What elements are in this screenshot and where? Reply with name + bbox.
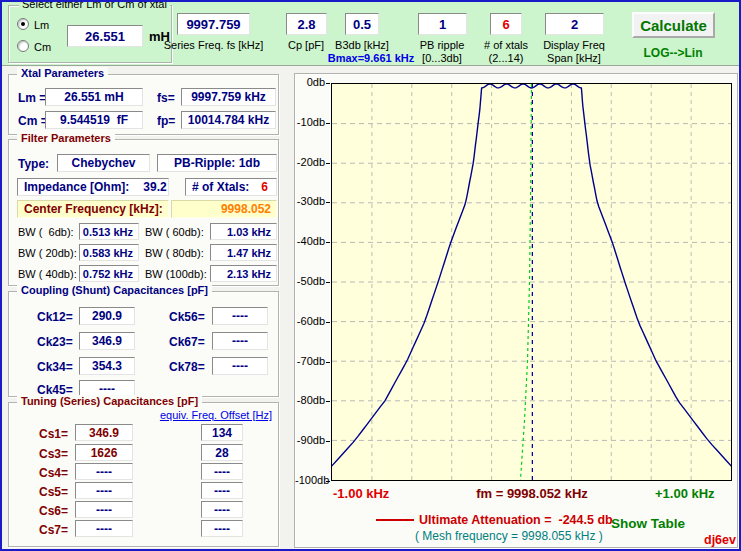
bw80-label: BW ( 80db): bbox=[145, 247, 204, 259]
ck23-label: Ck23= bbox=[37, 335, 73, 349]
parameter-toolbar: Select either Lm or Cm of xtal Lm Cm 26.… bbox=[2, 2, 739, 66]
app-window: Select either Lm or Cm of xtal Lm Cm 26.… bbox=[0, 0, 741, 551]
num-xtals-field: # of Xtals: 6 bbox=[185, 178, 277, 196]
coupling-capacitances-panel: Coupling (Shunt) Capacitances [pF] Ck12=… bbox=[8, 291, 279, 397]
ck56-value: ---- bbox=[212, 307, 268, 325]
cs3-offset: 28 bbox=[201, 444, 243, 461]
filter-response-curve bbox=[332, 84, 731, 480]
y-tick-mark bbox=[326, 202, 330, 203]
ck23-value: 346.9 bbox=[79, 332, 135, 350]
fs-output: 9997.759 kHz bbox=[181, 88, 276, 106]
ultimate-attenuation-label: Ultimate Attenuation = -244.5 db bbox=[419, 513, 613, 527]
cs5-label: Cs5= bbox=[39, 485, 68, 499]
filter-parameters-title: Filter Parameters bbox=[17, 132, 115, 144]
cs4-value: ---- bbox=[75, 463, 133, 480]
cm-label: Cm = bbox=[18, 114, 48, 128]
lm-cm-groupbox: Select either Lm or Cm of xtal Lm Cm 26.… bbox=[8, 5, 172, 63]
calculate-button[interactable]: Calculate bbox=[632, 12, 715, 38]
fp-output: 10014.784 kHz bbox=[181, 111, 276, 129]
center-frequency-label-field: Center Frequency [kHz]: bbox=[17, 200, 169, 218]
lm-radio[interactable] bbox=[17, 18, 29, 30]
impedance-value: 39.2 bbox=[143, 180, 166, 194]
ck34-label: Ck34= bbox=[37, 360, 73, 374]
y-tick-label: -90db bbox=[295, 434, 325, 446]
y-tick-mark bbox=[326, 441, 330, 442]
display-span-label: Display Freq bbox=[534, 39, 614, 51]
x-axis-right-label: +1.00 kHz bbox=[655, 486, 715, 501]
cs7-label: Cs7= bbox=[39, 523, 68, 537]
fs-label: fs= bbox=[157, 91, 175, 105]
bw6-value: 0.513 kHz bbox=[79, 223, 139, 240]
cs7-value: ---- bbox=[75, 520, 133, 537]
b3db-input[interactable]: 0.5 bbox=[345, 13, 379, 35]
x-axis-center-label: fm = 9998.052 kHz bbox=[432, 486, 632, 501]
tuning-capacitances-title: Tuning (Series) Capacitances [pF] bbox=[17, 395, 202, 407]
cm-radio[interactable] bbox=[17, 40, 29, 52]
y-tick-mark bbox=[326, 322, 330, 323]
center-frequency-value: 9998.052 bbox=[171, 200, 277, 218]
lm-output: 26.551 mH bbox=[45, 88, 143, 106]
response-chart-panel: 0db-10db-20db-30db-40db-50db-60db-70db-8… bbox=[294, 73, 738, 548]
display-span-sub-label: Span [kHz] bbox=[534, 52, 614, 64]
bw100-value: 2.13 kHz bbox=[210, 265, 277, 282]
ck12-value: 290.9 bbox=[79, 307, 135, 325]
ck78-value: ---- bbox=[212, 357, 268, 375]
y-tick-mark bbox=[326, 242, 330, 243]
impedance-field: Impedance [Ohm]: 39.2 bbox=[17, 178, 169, 196]
cs7-offset: ---- bbox=[201, 520, 243, 537]
y-tick-label: -60db bbox=[295, 315, 325, 327]
cs3-label: Cs3= bbox=[39, 447, 68, 461]
tuning-capacitances-panel: Tuning (Series) Capacitances [pF] equiv.… bbox=[8, 402, 279, 547]
bw20-value: 0.583 kHz bbox=[79, 244, 139, 261]
bw6-label: BW ( 6db): bbox=[18, 226, 74, 238]
series-freq-input[interactable]: 9997.759 bbox=[177, 13, 250, 35]
filter-response-plot bbox=[331, 83, 732, 481]
y-tick-mark bbox=[326, 481, 330, 482]
log-lin-toggle[interactable]: LOG-->Lin bbox=[633, 46, 713, 60]
cs1-value: 346.9 bbox=[75, 424, 133, 441]
filter-parameters-panel: Filter Parameters Type: Chebychev PB-Rip… bbox=[8, 139, 279, 286]
y-tick-mark bbox=[326, 401, 330, 402]
y-tick-label: -10db bbox=[295, 116, 325, 128]
y-tick-mark bbox=[326, 282, 330, 283]
ck56-label: Ck56= bbox=[169, 310, 205, 324]
ck67-label: Ck67= bbox=[169, 335, 205, 349]
cs4-label: Cs4= bbox=[39, 466, 68, 480]
num-xtals-out-value: 6 bbox=[261, 180, 268, 194]
show-table-button[interactable]: Show Table bbox=[611, 516, 685, 531]
freq-offset-link[interactable]: equiv. Freq. Offset [Hz] bbox=[160, 409, 272, 421]
ultimate-attenuation-line-sample bbox=[376, 519, 414, 521]
y-tick-mark bbox=[326, 362, 330, 363]
num-xtals-input[interactable]: 6 bbox=[490, 13, 522, 35]
y-tick-label: -50db bbox=[295, 275, 325, 287]
coupling-capacitances-title: Coupling (Shunt) Capacitances [pF] bbox=[17, 284, 212, 296]
pb-ripple-input[interactable]: 1 bbox=[418, 13, 467, 35]
y-tick-mark bbox=[326, 83, 330, 84]
ck67-value: ---- bbox=[212, 332, 268, 350]
xtal-parameters-title: Xtal Parameters bbox=[17, 67, 108, 79]
bw40-label: BW ( 40db): bbox=[18, 268, 77, 280]
cs6-value: ---- bbox=[75, 501, 133, 518]
cs6-label: Cs6= bbox=[39, 504, 68, 518]
lm-value-input[interactable]: 26.551 bbox=[67, 25, 143, 47]
ck12-label: Ck12= bbox=[37, 310, 73, 324]
filter-type-label: Type: bbox=[18, 157, 49, 171]
cm-radio-label[interactable]: Cm bbox=[34, 41, 51, 53]
lm-label: Lm = bbox=[18, 91, 46, 105]
num-xtals-out-label: # of Xtals: bbox=[192, 180, 249, 194]
cs5-offset: ---- bbox=[201, 482, 243, 499]
y-tick-label: -30db bbox=[295, 195, 325, 207]
filter-type-value: Chebychev bbox=[57, 154, 150, 172]
lm-cm-group-title: Select either Lm or Cm of xtal bbox=[19, 0, 170, 10]
credit-label: dj6ev bbox=[704, 533, 736, 547]
display-span-input[interactable]: 2 bbox=[545, 13, 604, 35]
lm-radio-label[interactable]: Lm bbox=[34, 19, 49, 31]
bw100-label: BW (100db): bbox=[145, 268, 207, 280]
cs4-offset: ---- bbox=[201, 463, 243, 480]
y-tick-mark bbox=[326, 163, 330, 164]
y-tick-label: -20db bbox=[295, 156, 325, 168]
ck34-value: 354.3 bbox=[79, 357, 135, 375]
cp-input[interactable]: 2.8 bbox=[286, 13, 327, 35]
xtal-parameters-panel: Xtal Parameters Lm = 26.551 mH fs= 9997.… bbox=[8, 74, 279, 135]
y-tick-label: -70db bbox=[295, 355, 325, 367]
